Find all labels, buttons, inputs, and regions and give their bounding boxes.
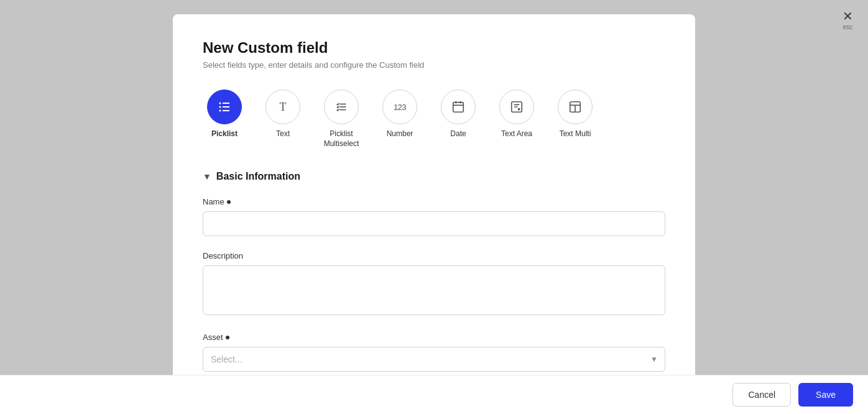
asset-select[interactable]: Select... — [203, 347, 665, 372]
name-form-group: Name — [203, 197, 665, 236]
svg-point-3 — [219, 103, 221, 104]
asset-label: Asset — [203, 333, 665, 342]
svg-point-4 — [219, 106, 221, 108]
section-header: ▼ Basic Information — [203, 171, 665, 182]
modal-container: New Custom field Select fields type, ent… — [173, 14, 695, 400]
field-type-text-area[interactable]: Text Area — [495, 90, 538, 139]
svg-point-5 — [219, 110, 221, 112]
description-form-group: Description — [203, 251, 665, 318]
footer-bar: Cancel Save — [0, 375, 868, 414]
field-type-text[interactable]: T Text — [261, 90, 305, 139]
number-icon: 123 — [382, 90, 417, 124]
name-input[interactable] — [203, 211, 665, 236]
modal-subtitle: Select fields type, enter details and co… — [203, 60, 665, 70]
picklist-icon — [207, 90, 242, 124]
description-label: Description — [203, 251, 665, 260]
name-required-indicator — [227, 200, 231, 204]
field-type-picklist-multiselect[interactable]: Picklist Multiselect — [320, 90, 363, 149]
text-label: Text — [276, 129, 290, 139]
close-icon: ✕ — [843, 10, 853, 22]
section-chevron-icon[interactable]: ▼ — [203, 172, 211, 182]
description-input[interactable] — [203, 265, 665, 315]
date-label: Date — [450, 129, 466, 139]
picklist-label: Picklist — [211, 129, 238, 139]
date-icon — [441, 90, 476, 124]
number-label: Number — [387, 129, 413, 139]
field-type-picklist[interactable]: Picklist — [203, 90, 246, 139]
close-button[interactable]: ✕ esc — [843, 10, 853, 30]
text-multi-label: Text Multi — [560, 129, 591, 139]
name-label: Name — [203, 197, 665, 206]
asset-required-indicator — [226, 336, 229, 339]
modal-title: New Custom field — [203, 39, 665, 57]
asset-form-group: Asset Select... ▼ — [203, 333, 665, 372]
picklist-multiselect-icon — [324, 90, 359, 124]
text-multi-icon — [558, 90, 593, 124]
text-area-label: Text Area — [501, 129, 532, 139]
field-type-selector: Picklist T Text Picklist Multiselect — [203, 90, 665, 149]
text-area-icon — [499, 90, 534, 124]
text-icon: T — [265, 90, 300, 124]
field-type-date[interactable]: Date — [436, 90, 480, 139]
esc-label: esc — [843, 24, 853, 30]
field-type-text-multi[interactable]: Text Multi — [553, 90, 597, 139]
asset-select-wrapper: Select... ▼ — [203, 347, 665, 372]
picklist-multiselect-label: Picklist Multiselect — [324, 129, 359, 149]
field-type-number[interactable]: 123 Number — [378, 90, 422, 139]
save-button[interactable]: Save — [798, 383, 853, 407]
svg-rect-9 — [453, 103, 464, 113]
cancel-button[interactable]: Cancel — [732, 383, 791, 407]
section-title: Basic Information — [216, 171, 300, 182]
